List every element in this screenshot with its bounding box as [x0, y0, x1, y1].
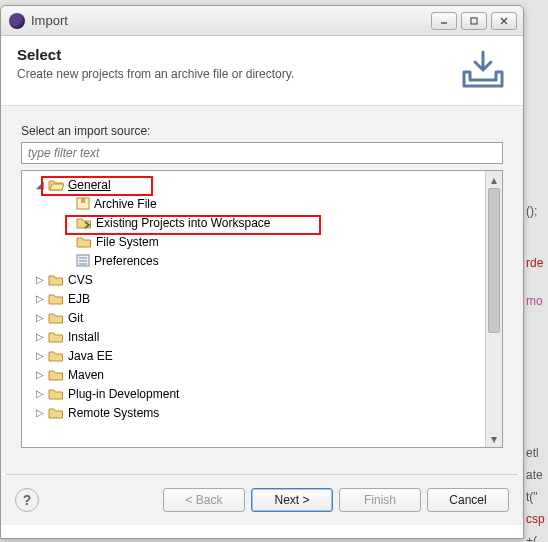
- chevron-down-icon: ◢: [34, 179, 46, 190]
- window-title: Import: [31, 13, 431, 28]
- tree-node-cvs[interactable]: ▷ CVS: [28, 270, 485, 289]
- help-button[interactable]: ?: [15, 488, 39, 512]
- chevron-right-icon: ▷: [34, 293, 46, 304]
- page-title: Select: [17, 46, 507, 63]
- tree-node-plugin-dev[interactable]: ▷ Plug-in Development: [28, 384, 485, 403]
- chevron-right-icon: ▷: [34, 407, 46, 418]
- archive-icon: [76, 197, 90, 210]
- tree-label: CVS: [68, 273, 93, 287]
- footer: ? < Back Next > Finish Cancel: [1, 475, 523, 525]
- chevron-right-icon: ▷: [34, 312, 46, 323]
- tree-label: Archive File: [94, 197, 157, 211]
- background-code-fragment: (); rde mo etl ate t(" csp +(: [526, 30, 548, 530]
- scroll-up-icon[interactable]: ▴: [486, 171, 502, 188]
- folder-icon: [48, 387, 64, 400]
- tree-node-git[interactable]: ▷ Git: [28, 308, 485, 327]
- tree-item-file-system[interactable]: ▸ File System: [28, 232, 485, 251]
- chevron-right-icon: ▷: [34, 350, 46, 361]
- tree-node-general[interactable]: ◢ General: [28, 175, 485, 194]
- folder-icon: [48, 349, 64, 362]
- chevron-right-icon: ▷: [34, 388, 46, 399]
- wizard-body: Select an import source: ◢ General ▸ Arc…: [1, 106, 523, 474]
- minimize-button[interactable]: [431, 12, 457, 30]
- folder-import-icon: [76, 216, 92, 229]
- preferences-icon: [76, 254, 90, 267]
- tree-label: Preferences: [94, 254, 159, 268]
- import-icon: [461, 50, 505, 92]
- tree-label: Install: [68, 330, 99, 344]
- cancel-button[interactable]: Cancel: [427, 488, 509, 512]
- svg-rect-5: [81, 198, 85, 203]
- svg-rect-1: [471, 18, 477, 24]
- source-label: Select an import source:: [21, 124, 503, 138]
- folder-icon: [76, 235, 92, 248]
- tree-label: Remote Systems: [68, 406, 159, 420]
- folder-icon: [48, 273, 64, 286]
- chevron-right-icon: ▷: [34, 369, 46, 380]
- tree-label: Git: [68, 311, 83, 325]
- tree-label: General: [68, 178, 111, 192]
- tree-item-existing-projects[interactable]: ▸ Existing Projects into Workspace: [28, 213, 485, 232]
- tree-item-archive-file[interactable]: ▸ Archive File: [28, 194, 485, 213]
- tree-label: EJB: [68, 292, 90, 306]
- next-button[interactable]: Next >: [251, 488, 333, 512]
- tree-node-maven[interactable]: ▷ Maven: [28, 365, 485, 384]
- folder-open-icon: [48, 178, 64, 191]
- eclipse-icon: [9, 13, 25, 29]
- folder-icon: [48, 368, 64, 381]
- folder-icon: [48, 406, 64, 419]
- banner: Select Create new projects from an archi…: [1, 36, 523, 106]
- import-dialog: Import Select Create new projects from a…: [0, 5, 524, 539]
- finish-button[interactable]: Finish: [339, 488, 421, 512]
- scroll-down-icon[interactable]: ▾: [486, 430, 502, 447]
- tree: ◢ General ▸ Archive File ▸: [21, 170, 503, 448]
- back-button[interactable]: < Back: [163, 488, 245, 512]
- scrollbar[interactable]: ▴ ▾: [485, 171, 502, 447]
- chevron-right-icon: ▷: [34, 331, 46, 342]
- tree-node-javaee[interactable]: ▷ Java EE: [28, 346, 485, 365]
- chevron-right-icon: ▷: [34, 274, 46, 285]
- folder-icon: [48, 292, 64, 305]
- maximize-button[interactable]: [461, 12, 487, 30]
- scroll-thumb[interactable]: [488, 188, 500, 333]
- filter-input[interactable]: [21, 142, 503, 164]
- folder-icon: [48, 330, 64, 343]
- tree-label: Existing Projects into Workspace: [96, 216, 271, 230]
- tree-label: Maven: [68, 368, 104, 382]
- tree-node-install[interactable]: ▷ Install: [28, 327, 485, 346]
- tree-label: Plug-in Development: [68, 387, 179, 401]
- titlebar[interactable]: Import: [1, 6, 523, 36]
- tree-label: Java EE: [68, 349, 113, 363]
- tree-item-preferences[interactable]: ▸ Preferences: [28, 251, 485, 270]
- tree-node-ejb[interactable]: ▷ EJB: [28, 289, 485, 308]
- tree-node-remote-systems[interactable]: ▷ Remote Systems: [28, 403, 485, 422]
- folder-icon: [48, 311, 64, 324]
- tree-label: File System: [96, 235, 159, 249]
- page-subtitle: Create new projects from an archive file…: [17, 67, 507, 81]
- close-button[interactable]: [491, 12, 517, 30]
